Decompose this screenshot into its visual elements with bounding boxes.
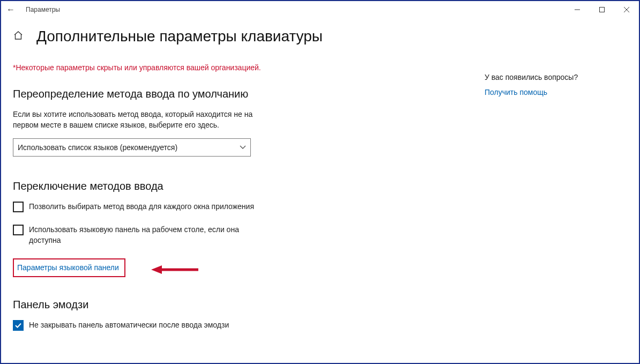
- checkbox-lang-bar-label: Использовать языковую панель на рабочем …: [29, 224, 270, 246]
- titlebar: ← Параметры: [1, 1, 639, 18]
- settings-window: ← Параметры Дополнительные параметры кла…: [0, 0, 640, 364]
- main-content: Дополнительные параметры клавиатуры *Нек…: [13, 28, 485, 363]
- page-title: Дополнительные параметры клавиатуры: [36, 28, 323, 45]
- maximize-button[interactable]: [590, 1, 614, 18]
- input-method-dropdown[interactable]: Использовать список языков (рекомендуетс…: [13, 138, 251, 157]
- checkbox-lang-bar[interactable]: [13, 225, 24, 235]
- checkbox-per-window[interactable]: [13, 202, 24, 212]
- section-override-heading: Переопределение метода ввода по умолчани…: [13, 88, 463, 100]
- section-switching-heading: Переключение методов ввода: [13, 180, 463, 192]
- org-warning: *Некоторые параметры скрыты или управляю…: [13, 63, 463, 72]
- svg-rect-1: [600, 8, 605, 12]
- section-emoji-heading: Панель эмодзи: [13, 299, 463, 311]
- section-override-desc: Если вы хотите использовать метод ввода,…: [13, 109, 259, 131]
- lang-bar-settings-highlight: Параметры языковой панели: [13, 258, 125, 277]
- back-button[interactable]: ←: [5, 5, 19, 14]
- home-icon[interactable]: [13, 30, 24, 43]
- aside-question: У вас появились вопросы?: [485, 73, 624, 81]
- minimize-button[interactable]: [565, 1, 590, 18]
- get-help-link[interactable]: Получить помощь: [485, 88, 624, 96]
- window-controls: [565, 1, 639, 18]
- close-button[interactable]: [614, 1, 639, 18]
- window-title: Параметры: [19, 6, 60, 13]
- checkbox-per-window-label: Позволить выбирать метод ввода для каждо…: [29, 201, 254, 212]
- lang-bar-settings-link[interactable]: Параметры языковой панели: [17, 263, 119, 272]
- chevron-down-icon: [240, 144, 246, 151]
- dropdown-value: Использовать список языков (рекомендуетс…: [18, 143, 177, 152]
- checkbox-emoji-keep-open-label: Не закрывать панель автоматически после …: [29, 320, 229, 330]
- aside: У вас появились вопросы? Получить помощь: [485, 28, 624, 363]
- checkbox-emoji-keep-open[interactable]: [13, 320, 24, 331]
- svg-marker-5: [151, 265, 162, 274]
- annotation-arrow-icon: [151, 265, 199, 277]
